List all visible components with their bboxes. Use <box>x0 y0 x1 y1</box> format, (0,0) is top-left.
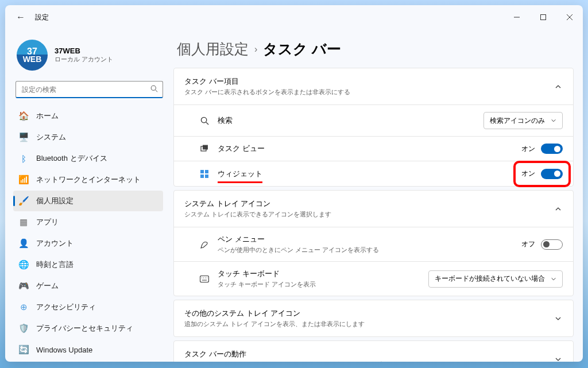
search-input[interactable] <box>21 85 150 94</box>
svg-rect-14 <box>200 276 209 282</box>
sidebar-icon: 🏠 <box>19 111 28 121</box>
breadcrumb-second: タスク バー <box>263 40 341 59</box>
sidebar-icon: 📶 <box>19 175 28 184</box>
chevron-down-icon <box>554 355 563 362</box>
sidebar-item-1[interactable]: 🖥️システム <box>13 127 163 148</box>
sidebar-icon: 🔄 <box>19 345 28 354</box>
chevron-up-icon <box>554 82 563 91</box>
row-touch-keyboard: タッチ キーボード タッチ キーボード アイコンを表示 キーボードが接続されてい… <box>174 261 573 296</box>
svg-line-5 <box>156 90 158 92</box>
task-view-toggle[interactable] <box>541 144 563 154</box>
sidebar-item-label: 時刻と言語 <box>36 259 74 270</box>
window-title: 設定 <box>35 13 49 22</box>
widgets-toggle[interactable] <box>541 169 563 179</box>
sidebar-item-6[interactable]: 👤アカウント <box>13 233 163 254</box>
sidebar-item-label: Windows Update <box>36 346 92 354</box>
svg-line-7 <box>206 122 208 124</box>
taskbar-items-sub: タスク バーに表示されるボタンを表示または非表示にする <box>184 88 550 96</box>
avatar: 37 WEB <box>17 40 48 71</box>
sidebar-icon: 🛡️ <box>19 324 28 333</box>
sidebar-item-4[interactable]: 🖌️個人用設定 <box>13 191 163 211</box>
system-tray-title: システム トレイ アイコン <box>184 199 550 209</box>
sidebar-item-9[interactable]: ⊕アクセシビリティ <box>13 297 163 317</box>
svg-rect-9 <box>203 145 208 150</box>
sidebar-item-0[interactable]: 🏠ホーム <box>13 106 163 126</box>
nav-list: 🏠ホーム🖥️システムᛒBluetooth とデバイス📶ネットワークとインターネッ… <box>12 105 167 362</box>
minimize-button[interactable] <box>504 9 530 26</box>
breadcrumb-sep: › <box>254 44 257 55</box>
maximize-button[interactable] <box>530 9 556 26</box>
breadcrumb: 個人用設定 › タスク バー <box>177 40 574 59</box>
widgets-state: オン <box>521 169 535 179</box>
widgets-label: ウィジェット <box>218 169 262 183</box>
other-tray-card[interactable]: その他のシステム トレイ アイコン 追加のシステム トレイ アイコンを表示、また… <box>173 300 574 337</box>
breadcrumb-first[interactable]: 個人用設定 <box>177 40 249 59</box>
widgets-icon <box>199 169 210 179</box>
sidebar-icon: 🖌️ <box>19 196 28 206</box>
pen-label: ペン メニュー <box>218 234 513 245</box>
svg-rect-13 <box>205 175 208 178</box>
sidebar-item-label: プライバシーとセキュリティ <box>36 323 133 334</box>
settings-window: ← 設定 37 WEB 37WEB ローカル アカウント <box>5 5 583 362</box>
sidebar-item-8[interactable]: 🎮ゲーム <box>13 276 163 296</box>
pen-icon <box>199 239 210 250</box>
svg-point-6 <box>201 117 206 122</box>
search-box[interactable] <box>16 81 163 98</box>
sidebar-item-label: システム <box>36 132 66 142</box>
maximize-icon <box>540 14 546 20</box>
close-button[interactable] <box>556 9 583 26</box>
task-view-icon <box>199 144 210 154</box>
touchkb-dropdown[interactable]: キーボードが接続されていない場合 <box>428 270 563 288</box>
taskbar-items-header[interactable]: タスク バー項目 タスク バーに表示されるボタンを表示または非表示にする <box>174 68 573 104</box>
svg-rect-12 <box>200 175 204 178</box>
touchkb-label: タッチ キーボード <box>218 269 420 279</box>
sidebar-item-7[interactable]: 🌐時刻と言語 <box>13 254 163 275</box>
search-dropdown[interactable]: 検索アイコンのみ <box>483 112 563 129</box>
task-view-state: オン <box>521 144 535 154</box>
sidebar-item-11[interactable]: 🔄Windows Update <box>13 339 163 360</box>
sidebar-icon: 🎮 <box>19 281 28 290</box>
system-tray-card: システム トレイ アイコン システム トレイに表示できるアイコンを選択します ペ… <box>173 190 574 296</box>
sidebar-item-label: ホーム <box>36 111 59 121</box>
titlebar: ← 設定 <box>5 5 583 29</box>
sidebar-item-2[interactable]: ᛒBluetooth とデバイス <box>13 148 163 169</box>
chevron-down-icon <box>551 118 556 123</box>
chevron-up-icon <box>554 204 563 214</box>
sidebar: 37 WEB 37WEB ローカル アカウント 🏠ホーム🖥️システムᛒBluet… <box>5 29 169 362</box>
pen-sub: ペンが使用中のときにペン メニュー アイコンを表示する <box>218 246 513 254</box>
user-name: 37WEB <box>55 47 113 55</box>
sidebar-icon: 🌐 <box>19 260 28 269</box>
minimize-icon <box>514 14 520 20</box>
sidebar-item-5[interactable]: ▦アプリ <box>13 212 163 233</box>
sidebar-item-label: アカウント <box>36 238 74 249</box>
sidebar-icon: 👤 <box>19 239 28 248</box>
back-button[interactable]: ← <box>11 7 30 27</box>
sidebar-item-label: アクセシビリティ <box>36 302 96 312</box>
svg-rect-1 <box>541 15 546 20</box>
svg-rect-11 <box>205 170 208 173</box>
pen-toggle[interactable] <box>541 239 563 250</box>
sidebar-item-label: ネットワークとインターネット <box>36 175 141 185</box>
sidebar-icon: 🖥️ <box>19 133 28 142</box>
touchkb-sub: タッチ キーボード アイコンを表示 <box>218 280 420 289</box>
system-tray-header[interactable]: システム トレイ アイコン システム トレイに表示できるアイコンを選択します <box>174 191 573 227</box>
svg-rect-10 <box>200 170 204 173</box>
user-subtitle: ローカル アカウント <box>55 55 113 64</box>
search-label: 検索 <box>218 115 475 126</box>
sidebar-item-label: 個人用設定 <box>36 196 74 206</box>
sidebar-item-3[interactable]: 📶ネットワークとインターネット <box>13 169 163 190</box>
profile-block[interactable]: 37 WEB 37WEB ローカル アカウント <box>12 29 167 79</box>
sidebar-item-label: アプリ <box>36 217 59 227</box>
content-pane: 個人用設定 › タスク バー タスク バー項目 タスク バーに表示されるボタンを… <box>169 29 583 362</box>
row-search: 検索 検索アイコンのみ <box>174 104 573 136</box>
sidebar-item-label: ゲーム <box>36 281 59 291</box>
row-widgets: ウィジェット オン <box>174 161 573 186</box>
sidebar-icon: ▦ <box>19 218 28 227</box>
sidebar-item-10[interactable]: 🛡️プライバシーとセキュリティ <box>13 318 163 339</box>
taskbar-behavior-card[interactable]: タスク バーの動作 タスク バーの配置、バッジ、自動的に非表示、および複数のディ… <box>173 340 574 362</box>
pen-state: オフ <box>521 239 535 249</box>
close-icon <box>567 14 572 20</box>
row-task-view: タスク ビュー オン <box>174 136 573 161</box>
svg-point-4 <box>151 86 156 90</box>
sidebar-item-label: Bluetooth とデバイス <box>36 153 107 164</box>
